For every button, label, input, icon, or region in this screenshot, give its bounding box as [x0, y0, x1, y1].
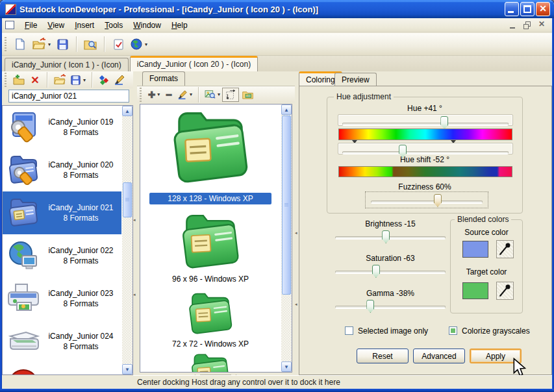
list-item[interactable]: iCandy_Junior 025 8 Formats [3, 363, 121, 375]
preview-mode-caret[interactable]: ▾ [218, 92, 220, 97]
menu-window[interactable]: Window [128, 19, 166, 32]
format-item[interactable]: 96 x 96 - Windows XP [140, 212, 281, 285]
format-label-selected[interactable]: 128 x 128 - Windows XP [149, 193, 271, 204]
hue-slider-thumb[interactable] [440, 116, 448, 129]
save-button[interactable] [53, 35, 72, 53]
icon-list-toolbar-grip[interactable] [5, 73, 6, 87]
list-item-name: iCandy_Junior 024 [40, 331, 121, 341]
main-content: ✕ ▾ [2, 71, 552, 375]
selected-image-only-checkbox[interactable] [345, 326, 353, 335]
list-item-selected[interactable]: iCandy_Junior 021 8 Formats [3, 191, 121, 234]
format-item[interactable]: 128 x 128 - Windows XP [140, 108, 281, 204]
advanced-button[interactable]: Advanced [413, 349, 465, 363]
save-icon-button[interactable]: ▾ [68, 71, 88, 89]
list-item[interactable]: iCandy_Junior 020 8 Formats [3, 149, 121, 191]
icon-list-scrollbar[interactable]: ▲ ▼ [122, 106, 132, 374]
saturation-slider[interactable] [335, 263, 446, 278]
format-label[interactable]: 72 x 72 - Windows XP [140, 338, 281, 350]
scroll-up-button[interactable]: ▲ [122, 106, 132, 116]
mdi-minimize-button[interactable] [508, 21, 518, 30]
format-item[interactable]: 72 x 72 - Windows XP [140, 291, 281, 350]
minimize-button[interactable] [505, 2, 519, 16]
list-item[interactable]: iCandy_Junior 019 8 Formats [3, 106, 121, 149]
format-item-partial[interactable] [140, 352, 281, 373]
preview-mode-button[interactable]: ▾ [203, 86, 222, 104]
fuzziness-slider-thumb[interactable] [434, 194, 442, 207]
scrollbar-thumb[interactable] [123, 182, 132, 217]
hue-slider[interactable] [338, 114, 513, 126]
menu-file[interactable]: File [19, 19, 42, 32]
icon-name-input[interactable] [8, 90, 129, 103]
export-folder-button[interactable] [239, 86, 256, 104]
list-item-name: iCandy_Junior 023 [40, 288, 121, 299]
source-eyedropper-button[interactable] [496, 240, 514, 258]
blended-colors-group: Blended colors Source color Target color [450, 219, 523, 313]
list-item[interactable]: iCandy_Junior 022 8 Formats [3, 234, 121, 277]
list-item[interactable]: iCandy_Junior 024 8 Formats [3, 320, 121, 363]
source-color-label: Source color [451, 228, 522, 237]
browse-icons-button[interactable] [81, 35, 100, 53]
toolbar-grip[interactable] [5, 37, 6, 51]
menu-tools[interactable]: Tools [99, 19, 128, 32]
tab-icon20[interactable]: iCandy_Junior ( Icon 20 ) - (Icon) [130, 56, 258, 71]
list-item[interactable]: iCandy_Junior 023 8 Formats [3, 277, 121, 320]
delete-icon-button[interactable]: ✕ [27, 71, 43, 89]
gamma-slider-thumb[interactable] [366, 300, 374, 313]
edit-format-button[interactable]: ▾ [175, 86, 194, 104]
add-format-caret[interactable]: ▾ [157, 92, 160, 97]
window-border-bottom [0, 389, 554, 392]
new-document-button[interactable] [10, 35, 30, 53]
dimensions-toggle-button[interactable] [222, 88, 239, 102]
green-folder-icon [177, 212, 244, 271]
mdi-close-button[interactable]: ✕ [536, 21, 547, 30]
saturation-slider-thumb[interactable] [372, 265, 380, 278]
colorize-grayscales-checkbox[interactable] [449, 326, 457, 335]
paint-button[interactable] [112, 71, 127, 89]
tab-formats[interactable]: Formats [142, 71, 185, 86]
delete-x-icon: ✕ [31, 74, 39, 86]
formats-scrollbar[interactable]: ▲ ▼ [281, 104, 292, 372]
fuzziness-slider[interactable] [365, 191, 488, 208]
add-icon-button[interactable] [10, 71, 27, 89]
maximize-button[interactable] [520, 2, 535, 16]
source-color-swatch[interactable] [462, 241, 488, 258]
scroll-down-button[interactable]: ▼ [281, 361, 292, 372]
tab-icon1[interactable]: iCandy_Junior ( Icon 1 ) - (Icon) [5, 58, 129, 71]
open-dropdown-caret[interactable]: ▾ [48, 42, 51, 47]
tab-preview[interactable]: Preview [334, 73, 377, 86]
menu-view[interactable]: View [42, 19, 69, 32]
formats-toolbar-grip[interactable] [140, 88, 142, 102]
web-dropdown-caret[interactable]: ▾ [145, 42, 147, 47]
gamma-slider[interactable] [335, 299, 446, 313]
reset-button[interactable]: Reset [357, 349, 409, 363]
save-dropdown-caret[interactable]: ▾ [83, 77, 86, 83]
hue-shift-slider[interactable] [338, 143, 513, 154]
list-item-formats: 8 Formats [40, 213, 121, 223]
mdi-child-icon[interactable] [5, 21, 14, 29]
remove-format-button[interactable]: ━ [162, 86, 175, 104]
brightness-slider[interactable] [335, 229, 446, 243]
open-button[interactable]: ▾ [30, 35, 53, 53]
folder-search-icon [83, 38, 97, 51]
validate-button[interactable] [108, 35, 128, 53]
open-icon-button[interactable] [51, 71, 68, 89]
menu-help[interactable]: Help [166, 19, 193, 32]
add-format-button[interactable]: ✚ ▾ [145, 86, 162, 104]
icon-list-toolbar: ✕ ▾ [2, 71, 133, 88]
hue-spectrum-bar [338, 129, 512, 140]
format-label[interactable]: 96 x 96 - Windows XP [140, 273, 281, 285]
title-bar[interactable]: Stardock IconDeveloper - Professional - … [0, 0, 554, 18]
scrollbar-thumb[interactable] [282, 116, 291, 295]
edit-format-caret[interactable]: ▾ [190, 92, 192, 97]
scroll-down-button[interactable]: ▼ [122, 364, 132, 374]
brightness-slider-thumb[interactable] [382, 230, 390, 243]
web-button[interactable]: ▾ [128, 35, 149, 53]
scroll-up-button[interactable]: ▲ [281, 104, 292, 115]
target-eyedropper-button[interactable] [496, 282, 514, 300]
new-document-icon [14, 38, 27, 51]
mdi-restore-button[interactable] [522, 21, 533, 30]
convert-colors-button[interactable] [96, 71, 112, 89]
menu-insert[interactable]: Insert [69, 19, 99, 32]
close-button[interactable]: ✕ [536, 2, 550, 16]
target-color-swatch[interactable] [462, 282, 488, 299]
